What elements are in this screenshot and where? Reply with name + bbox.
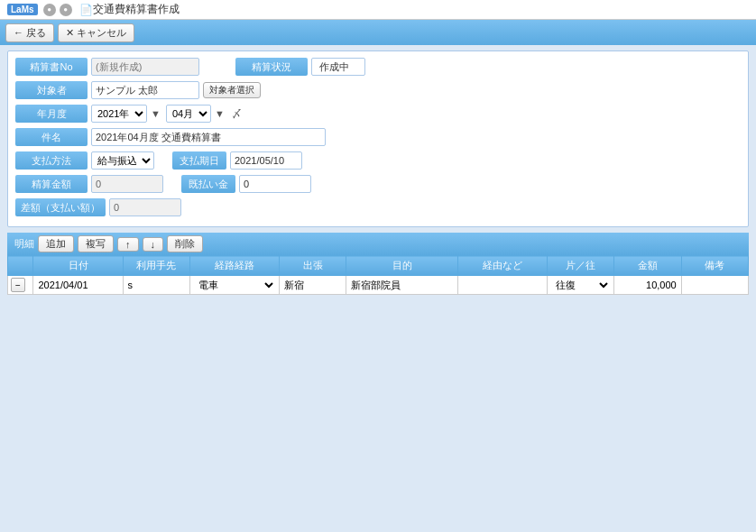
payment-label: 支払方法 <box>15 151 88 170</box>
row-route-input[interactable] <box>282 279 343 291</box>
th-date: 日付 <box>33 256 123 276</box>
table-row: − 電車 バス タクシー <box>8 276 749 295</box>
year-select[interactable]: 2021年 <box>91 105 147 123</box>
th-destination: 出張 <box>279 256 346 276</box>
title-label: 件名 <box>15 128 88 146</box>
row-direction-cell[interactable]: 往復 片道 <box>548 276 614 295</box>
pay-date-label: 支払期日 <box>172 151 226 170</box>
amount-input <box>91 175 163 193</box>
detail-label: 明細 <box>14 237 34 251</box>
copy-detail-button[interactable]: 複写 <box>78 235 114 252</box>
amount-label: 精算金額 <box>15 175 88 193</box>
form-row-remain: 差額（支払い額） <box>15 197 741 217</box>
row-transport-input[interactable] <box>126 279 153 291</box>
icon-2: ● <box>60 4 72 16</box>
row-transport-select[interactable]: 電車 バス タクシー <box>193 278 276 292</box>
window-icon: 📄 <box>79 4 93 16</box>
add-detail-button[interactable]: 追加 <box>38 235 74 252</box>
form-row-amounts: 精算金額 既払い金 <box>15 174 741 194</box>
form-row-period: 年月度 2021年 ▼ 04月 ▼ 〆 <box>15 104 741 124</box>
docno-label: 精算書No <box>15 58 88 76</box>
th-transport: 利用手先 <box>123 256 189 276</box>
detail-table: 日付 利用手先 経路経路 出張 目的 経由など 片／往 金額 備考 − <box>7 255 749 295</box>
th-route: 経路経路 <box>189 256 279 276</box>
period-slash: 〆 <box>232 107 242 121</box>
th-direction: 片／往 <box>548 256 614 276</box>
window-controls: ● ● <box>43 4 72 16</box>
th-delete <box>8 256 33 276</box>
row-amount-input[interactable] <box>617 279 678 291</box>
app-logo: LaMs <box>7 4 38 15</box>
month-select[interactable]: 04月 <box>166 105 211 123</box>
form-row-person: 対象者 対象者選択 <box>15 80 741 100</box>
icon-1: ● <box>43 4 56 16</box>
th-amount: 金額 <box>614 256 681 276</box>
th-note: 備考 <box>681 256 748 276</box>
remain-input <box>109 198 181 216</box>
pay-amount-input[interactable] <box>239 175 311 193</box>
row-delete-button[interactable]: − <box>11 278 25 292</box>
period-arrow1: ▼ <box>151 108 161 119</box>
row-transport-cell[interactable] <box>123 276 189 295</box>
cancel-button[interactable]: ✕ キャンセル <box>58 23 134 42</box>
title-bar: LaMs ● ● 📄 交通費精算書作成 <box>0 0 756 20</box>
period-label: 年月度 <box>15 105 88 123</box>
row-note-input[interactable] <box>685 279 745 291</box>
row-purpose-cell[interactable] <box>346 276 458 295</box>
docno-input[interactable] <box>91 58 199 76</box>
period-arrow2: ▼ <box>215 108 225 119</box>
payment-select[interactable]: 給与振込 <box>91 151 154 170</box>
row-reason-input[interactable] <box>461 279 544 291</box>
main-content: 精算書No 精算状況 作成中 対象者 対象者選択 年月度 2021年 ▼ 04月… <box>0 45 756 300</box>
form-row-payment: 支払方法 給与振込 支払期日 <box>15 151 741 170</box>
detail-section: 明細 追加 複写 ↑ ↓ 削除 日付 利用手先 経路経路 出張 目的 経由など … <box>7 233 749 295</box>
th-reason: 経由など <box>458 256 548 276</box>
row-direction-select[interactable]: 往復 片道 <box>550 278 611 292</box>
person-input[interactable] <box>91 81 199 99</box>
down-detail-button[interactable]: ↓ <box>143 237 164 252</box>
row-reason-cell[interactable] <box>458 276 548 295</box>
form-row-docno: 精算書No 精算状況 作成中 <box>15 57 741 77</box>
th-purpose: 目的 <box>346 256 458 276</box>
row-transport-type-cell[interactable]: 電車 バス タクシー <box>189 276 279 295</box>
pay-amount-label: 既払い金 <box>181 175 235 193</box>
status-label: 精算状況 <box>235 58 308 76</box>
window-title: 交通費精算書作成 <box>93 2 180 17</box>
row-amount-cell[interactable] <box>614 276 681 295</box>
main-toolbar: ← 戻る ✕ キャンセル <box>0 20 756 45</box>
row-delete-cell: − <box>8 276 33 295</box>
remain-label: 差額（支払い額） <box>15 198 106 216</box>
form-row-title: 件名 <box>15 127 741 147</box>
person-select-button[interactable]: 対象者選択 <box>203 82 261 98</box>
row-route-cell[interactable] <box>279 276 346 295</box>
delete-detail-button[interactable]: 削除 <box>167 235 203 252</box>
form-section: 精算書No 精算状況 作成中 対象者 対象者選択 年月度 2021年 ▼ 04月… <box>7 50 749 227</box>
detail-header: 明細 追加 複写 ↑ ↓ 削除 <box>7 233 749 255</box>
row-note-cell[interactable] <box>681 276 748 295</box>
up-detail-button[interactable]: ↑ <box>117 237 139 252</box>
person-label: 対象者 <box>15 81 88 99</box>
row-purpose-input[interactable] <box>349 279 455 291</box>
back-button[interactable]: ← 戻る <box>5 23 54 42</box>
pay-date-input[interactable] <box>230 151 302 170</box>
title-input[interactable] <box>91 128 326 146</box>
row-date-cell[interactable] <box>33 276 123 295</box>
row-date-input[interactable] <box>36 279 119 291</box>
status-badge: 作成中 <box>311 58 365 76</box>
